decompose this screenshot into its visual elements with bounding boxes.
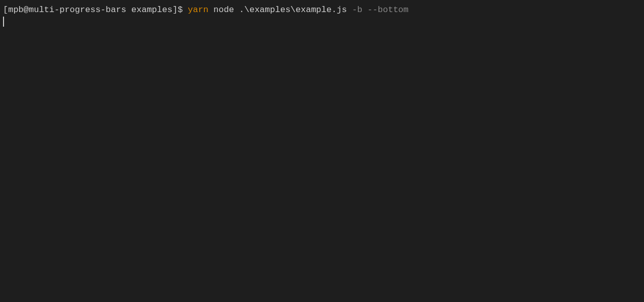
terminal-cursor-line[interactable]: [3, 16, 641, 28]
prompt-user-host: mpb@multi-progress-bars: [8, 5, 126, 15]
command-path: .\examples\example.js: [239, 5, 347, 15]
prompt-close-bracket: ]: [173, 5, 178, 15]
command-flags: -b --bottom: [352, 5, 409, 15]
command-yarn: yarn: [188, 5, 208, 15]
prompt-symbol: $: [178, 5, 183, 15]
terminal-cursor: [3, 17, 4, 27]
prompt-directory: examples: [131, 5, 173, 15]
terminal-command-line[interactable]: [mpb@multi-progress-bars examples]$ yarn…: [3, 4, 641, 16]
prompt-open-bracket: [: [3, 5, 8, 15]
command-node: node: [213, 5, 234, 15]
